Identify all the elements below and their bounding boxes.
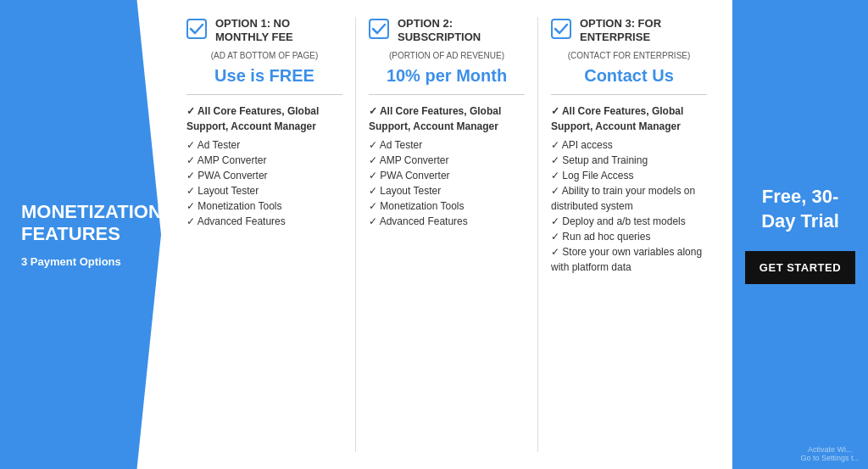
main-content: OPTION 1: NO MONTHLY FEE (AD AT BOTTOM O… xyxy=(161,0,732,469)
list-item: ✓ Log File Access xyxy=(551,168,707,183)
option2-header: OPTION 2: SUBSCRIPTION xyxy=(369,17,525,45)
payment-options-subtitle: 3 Payment Options xyxy=(21,255,140,268)
option1-header: OPTION 1: NO MONTHLY FEE xyxy=(186,17,342,45)
list-item: ✓ Ad Tester xyxy=(186,137,342,153)
activate-windows-text: Activate Wi...Go to Settings t... xyxy=(800,445,860,462)
option1-title: OPTION 1: NO MONTHLY FEE xyxy=(215,17,342,45)
left-panel: MONETIZATION FEATURES 3 Payment Options xyxy=(0,0,161,469)
list-item: ✓ Advanced Features xyxy=(186,214,342,229)
list-item: ✓ PWA Converter xyxy=(186,168,342,183)
list-item: ✓ Monetization Tools xyxy=(369,198,525,214)
list-item: ✓ Ability to train your models on distri… xyxy=(551,183,707,214)
option2-title: OPTION 2: SUBSCRIPTION xyxy=(398,17,525,45)
option1-check-icon xyxy=(186,19,207,39)
list-item: ✓ AMP Converter xyxy=(369,153,525,168)
option1-price: Use is FREE xyxy=(186,66,342,86)
option3-price: Contact Us xyxy=(551,66,707,86)
list-item: ✓ AMP Converter xyxy=(186,153,342,168)
option1-col: OPTION 1: NO MONTHLY FEE (AD AT BOTTOM O… xyxy=(174,17,356,452)
list-item: ✓ Advanced Features xyxy=(369,214,525,229)
option3-title: OPTION 3: FOR ENTERPRISE xyxy=(580,17,707,45)
option1-features: ✓ All Core Features, Global Support, Acc… xyxy=(186,103,342,229)
option1-bold-feature: ✓ All Core Features, Global Support, Acc… xyxy=(186,103,342,134)
option1-subtitle: (AD AT BOTTOM OF PAGE) xyxy=(186,50,342,61)
list-item: ✓ Ad Tester xyxy=(369,137,525,153)
right-panel: Free, 30-Day Trial GET STARTED Activate … xyxy=(732,0,868,469)
list-item: ✓ Setup and Training xyxy=(551,153,707,168)
list-item: ✓ Store your own variables along with pl… xyxy=(551,244,707,275)
option3-col: OPTION 3: FOR ENTERPRISE (CONTACT FOR EN… xyxy=(538,17,720,452)
trial-text: Free, 30-Day Trial xyxy=(745,185,855,233)
option3-header: OPTION 3: FOR ENTERPRISE xyxy=(551,17,707,45)
option3-check-icon xyxy=(551,19,571,39)
list-item: ✓ Layout Tester xyxy=(186,183,342,198)
monetization-title: MONETIZATION FEATURES xyxy=(21,201,140,246)
option2-col: OPTION 2: SUBSCRIPTION (PORTION OF AD RE… xyxy=(356,17,538,452)
list-item: ✓ Deploy and a/b test models xyxy=(551,214,707,229)
option1-divider xyxy=(186,94,342,95)
list-item: ✓ Monetization Tools xyxy=(186,198,342,214)
get-started-button[interactable]: GET STARTED xyxy=(745,251,855,284)
list-item: ✓ Run ad hoc queries xyxy=(551,229,707,244)
option3-features: ✓ All Core Features, Global Support, Acc… xyxy=(551,103,707,275)
option2-bold-feature: ✓ All Core Features, Global Support, Acc… xyxy=(369,103,525,134)
option2-check-icon xyxy=(369,19,389,39)
option2-subtitle: (PORTION OF AD REVENUE) xyxy=(369,50,525,61)
option3-subtitle: (CONTACT FOR ENTERPRISE) xyxy=(551,50,707,61)
option2-features: ✓ All Core Features, Global Support, Acc… xyxy=(369,103,525,229)
option2-price: 10% per Month xyxy=(369,66,525,86)
option3-bold-feature: ✓ All Core Features, Global Support, Acc… xyxy=(551,103,707,134)
option2-divider xyxy=(369,94,525,95)
list-item: ✓ PWA Converter xyxy=(369,168,525,183)
option3-divider xyxy=(551,94,707,95)
list-item: ✓ API access xyxy=(551,137,707,153)
list-item: ✓ Layout Tester xyxy=(369,183,525,198)
